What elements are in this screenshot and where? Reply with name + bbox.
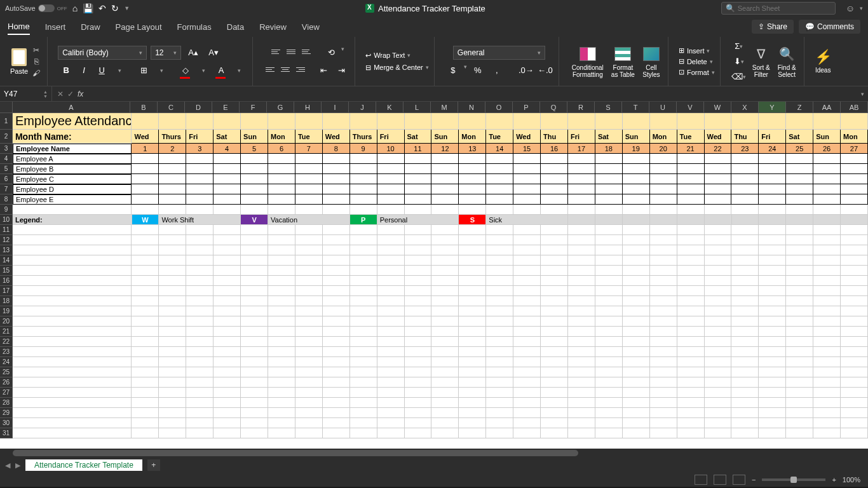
cell[interactable]: [323, 154, 350, 164]
cell[interactable]: [786, 306, 813, 316]
cell[interactable]: [705, 276, 732, 286]
cell[interactable]: [459, 408, 486, 418]
sheet-nav-right-icon[interactable]: ▶: [15, 461, 20, 470]
cell[interactable]: [431, 205, 459, 215]
cell[interactable]: [513, 296, 541, 306]
row-header[interactable]: 3: [0, 144, 13, 154]
cell[interactable]: [323, 408, 350, 418]
cell[interactable]: [731, 357, 759, 367]
cell[interactable]: [405, 418, 432, 428]
cell[interactable]: [595, 357, 623, 367]
cell[interactable]: [677, 164, 705, 174]
cell[interactable]: Thu: [541, 130, 568, 144]
cell[interactable]: [623, 255, 650, 266]
cell[interactable]: [159, 306, 186, 316]
cell[interactable]: [13, 296, 132, 306]
cell[interactable]: [486, 255, 513, 266]
cell[interactable]: [241, 194, 268, 205]
cell[interactable]: [568, 357, 595, 367]
cell[interactable]: [623, 316, 650, 327]
col-header[interactable]: H: [294, 102, 322, 113]
cell[interactable]: [568, 286, 595, 296]
cell[interactable]: [377, 296, 405, 306]
cell[interactable]: [159, 184, 186, 194]
cell[interactable]: [731, 194, 759, 205]
cell[interactable]: [323, 357, 350, 367]
cell[interactable]: [268, 428, 295, 438]
cell[interactable]: [568, 408, 595, 418]
cell[interactable]: [186, 306, 214, 316]
cell[interactable]: [377, 337, 405, 347]
cell[interactable]: [241, 225, 268, 235]
cell[interactable]: [568, 337, 595, 347]
cell[interactable]: [13, 357, 132, 367]
cell[interactable]: [813, 296, 841, 306]
cell[interactable]: [759, 327, 786, 337]
cell[interactable]: [350, 266, 377, 276]
increase-font-icon[interactable]: A▴: [185, 46, 201, 60]
cell[interactable]: [13, 327, 132, 337]
cell[interactable]: [350, 205, 377, 215]
cell[interactable]: [459, 388, 486, 398]
row-header[interactable]: 23: [0, 347, 13, 357]
cell[interactable]: [214, 245, 241, 255]
row-header[interactable]: 15: [0, 266, 13, 276]
cell[interactable]: [541, 398, 568, 408]
cell[interactable]: [186, 428, 214, 438]
cell[interactable]: Thurs: [350, 130, 377, 144]
cell[interactable]: [623, 194, 650, 205]
cell[interactable]: [759, 388, 786, 398]
cell[interactable]: [295, 337, 323, 347]
cell[interactable]: [350, 154, 377, 164]
borders-dropdown-icon[interactable]: ▾: [153, 64, 170, 78]
tab-page-layout[interactable]: Page Layout: [116, 20, 162, 34]
cell[interactable]: [513, 184, 541, 194]
cell[interactable]: [786, 215, 813, 225]
cell[interactable]: [841, 174, 868, 184]
cell[interactable]: [268, 398, 295, 408]
cell[interactable]: [650, 428, 677, 438]
cell[interactable]: [323, 367, 350, 377]
cell[interactable]: 26: [813, 144, 841, 154]
cell[interactable]: [350, 428, 377, 438]
cell[interactable]: [350, 367, 377, 377]
tab-view[interactable]: View: [302, 20, 320, 34]
cell[interactable]: [650, 408, 677, 418]
cell[interactable]: [568, 428, 595, 438]
cell[interactable]: [405, 154, 432, 164]
cell[interactable]: [786, 418, 813, 428]
cell[interactable]: [813, 255, 841, 266]
cell[interactable]: [841, 225, 868, 235]
row-header[interactable]: 31: [0, 428, 13, 438]
cell[interactable]: [705, 418, 732, 428]
cell[interactable]: [405, 174, 432, 184]
cell[interactable]: [732, 215, 759, 225]
cell[interactable]: [459, 174, 486, 184]
cell[interactable]: [705, 113, 732, 130]
cell[interactable]: [405, 388, 432, 398]
cell[interactable]: [268, 316, 295, 327]
cell[interactable]: [132, 296, 159, 306]
cell[interactable]: [705, 408, 732, 418]
row-header[interactable]: 2: [0, 130, 13, 144]
cell[interactable]: [186, 276, 214, 286]
cell[interactable]: Fri: [568, 130, 595, 144]
cell[interactable]: [295, 266, 323, 276]
cell[interactable]: [677, 347, 705, 357]
cell[interactable]: [650, 174, 677, 184]
cell[interactable]: [677, 408, 705, 418]
cell[interactable]: Sat: [595, 130, 623, 144]
col-header[interactable]: O: [485, 102, 513, 113]
page-break-view-icon[interactable]: [733, 475, 745, 485]
cell[interactable]: [431, 194, 459, 205]
col-header[interactable]: S: [595, 102, 622, 113]
cell[interactable]: [132, 184, 159, 194]
cell[interactable]: [405, 296, 432, 306]
cell[interactable]: [459, 154, 486, 164]
cell[interactable]: [541, 428, 568, 438]
cell[interactable]: [568, 367, 595, 377]
cell[interactable]: [786, 235, 813, 245]
cell[interactable]: [813, 388, 841, 398]
cell[interactable]: [268, 255, 295, 266]
enter-formula-icon[interactable]: ✓: [67, 90, 74, 98]
